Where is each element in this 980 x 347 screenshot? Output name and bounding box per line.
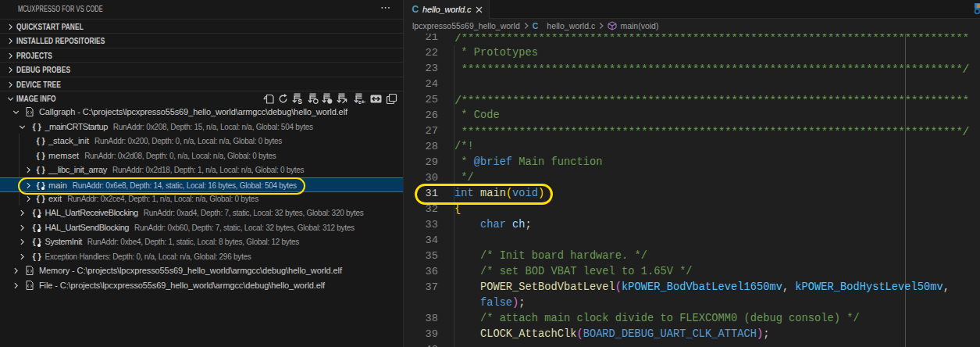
svg-text:c++: c++: [358, 99, 365, 105]
svg-text:S: S: [298, 98, 302, 105]
